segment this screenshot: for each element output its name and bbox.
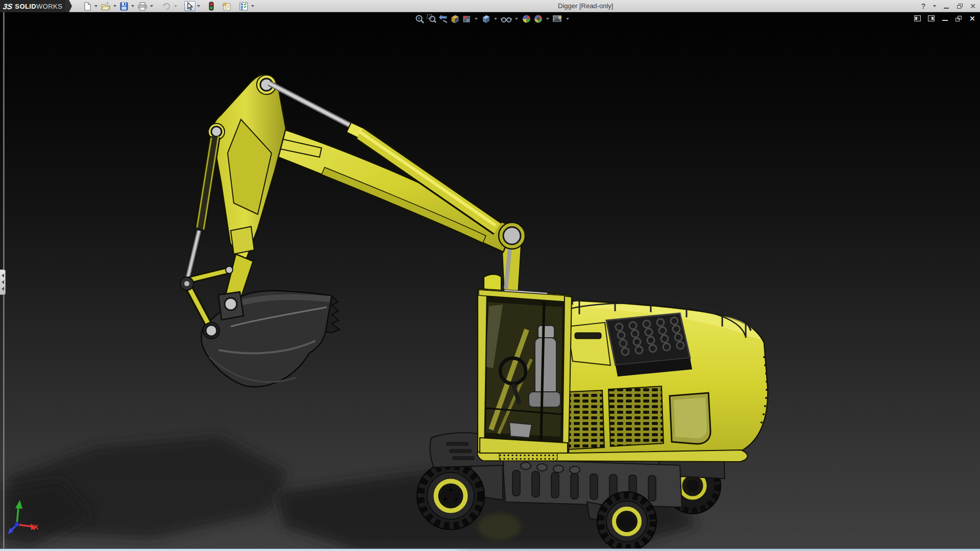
select-cursor-icon — [186, 2, 193, 11]
appearance-sphere-icon — [522, 14, 531, 23]
app-restore-button[interactable] — [954, 1, 965, 11]
solidworks-window: ✕ *Dimetric 3S SOLID WORKS — [0, 0, 980, 551]
undo-arrow-icon — [162, 2, 171, 11]
view-orientation-icon — [462, 14, 472, 23]
file-properties-button[interactable] — [220, 1, 233, 11]
print-dropdown[interactable] — [150, 5, 153, 7]
app-close-button[interactable]: ✕ — [968, 1, 978, 11]
close-icon: ✕ — [970, 15, 975, 22]
scene-sphere-icon — [533, 14, 543, 23]
save-floppy-icon — [120, 2, 128, 11]
save-button[interactable] — [118, 1, 130, 11]
main-toolbar — [82, 1, 256, 12]
help-button[interactable]: ? — [918, 1, 928, 11]
undo-button[interactable] — [160, 1, 173, 11]
doc-restore-button[interactable] — [954, 14, 963, 22]
minimize-icon — [942, 20, 948, 21]
collapse-arrow-icon — [2, 273, 4, 278]
zoom-to-area-button[interactable] — [426, 14, 437, 24]
doc-close-button[interactable]: ✕ — [968, 14, 977, 22]
view-settings-icon — [553, 14, 563, 23]
open-button[interactable] — [100, 1, 112, 11]
boom-arm — [180, 74, 525, 387]
menu-flyout-arrow[interactable] — [65, 0, 72, 12]
help-dropdown[interactable] — [933, 5, 936, 7]
display-style-icon — [481, 14, 491, 23]
rebuild-button[interactable] — [207, 1, 215, 11]
solidworks-logo: 3S SOLID WORKS — [0, 0, 65, 12]
restore-icon — [955, 16, 962, 21]
zoom-to-fit-icon — [415, 14, 425, 23]
heads-up-view-toolbar — [414, 14, 571, 24]
zoom-to-fit-button[interactable] — [414, 14, 425, 24]
file-properties-icon — [222, 2, 231, 11]
eyeglasses-icon — [501, 14, 512, 23]
display-style-button[interactable] — [481, 14, 492, 24]
title-bar: 3S SOLID WORKS — [0, 0, 980, 12]
section-view-icon — [450, 14, 460, 23]
collapsed-pane-tab[interactable] — [0, 269, 6, 295]
collapse-arrow-icon — [2, 287, 4, 291]
apply-scene-button[interactable] — [533, 14, 544, 24]
cab — [478, 274, 573, 453]
undo-dropdown[interactable] — [174, 5, 177, 7]
save-dropdown[interactable] — [131, 5, 134, 7]
doc-minimize-button[interactable] — [940, 14, 949, 22]
hide-show-items-dropdown[interactable] — [515, 18, 518, 20]
minimize-icon — [944, 8, 949, 9]
view-settings-button[interactable] — [552, 14, 564, 24]
close-icon: ✕ — [970, 2, 976, 10]
options-checklist-icon — [239, 2, 248, 11]
previous-view-button[interactable] — [438, 14, 449, 24]
edit-appearance-button[interactable] — [521, 14, 532, 24]
wheel-front-left — [417, 462, 484, 530]
bottom-edge-strip — [0, 548, 980, 551]
window-controls: ? ✕ — [918, 0, 978, 12]
pane-left-icon — [914, 15, 921, 21]
print-button[interactable] — [136, 1, 149, 11]
section-view-button[interactable] — [450, 14, 460, 24]
wheel-front-right — [597, 492, 656, 551]
document-window-controls: ✕ — [913, 14, 977, 23]
select-button[interactable] — [184, 1, 195, 11]
excavator-model — [0, 0, 980, 551]
zoom-to-area-icon — [427, 14, 436, 23]
document-title: Digger [Read-only] — [558, 2, 613, 10]
viewport[interactable]: ✕ *Dimetric — [0, 12, 980, 548]
open-folder-icon — [101, 2, 110, 11]
view-orientation-button[interactable] — [461, 14, 472, 24]
collapse-right-pane-button[interactable] — [926, 14, 936, 22]
ds-logo-glyph: 3S — [3, 2, 13, 11]
new-document-button[interactable] — [82, 1, 93, 11]
apply-scene-dropdown[interactable] — [546, 18, 549, 20]
view-settings-dropdown[interactable] — [566, 18, 569, 20]
new-document-dropdown[interactable] — [94, 5, 97, 7]
options-dropdown[interactable] — [251, 5, 254, 7]
printer-icon — [138, 2, 147, 11]
previous-view-icon — [438, 14, 448, 23]
collapse-arrow-icon — [2, 280, 4, 284]
view-orientation-dropdown[interactable] — [475, 18, 478, 20]
help-icon: ? — [921, 2, 926, 10]
traffic-light-icon — [209, 2, 214, 11]
collapse-left-pane-button[interactable] — [913, 14, 922, 22]
display-style-dropdown[interactable] — [494, 18, 497, 20]
pane-right-icon — [928, 15, 935, 21]
options-button[interactable] — [238, 1, 250, 11]
open-dropdown[interactable] — [113, 5, 116, 7]
select-dropdown[interactable] — [197, 5, 200, 7]
app-minimize-button[interactable] — [941, 1, 951, 11]
hide-show-items-button[interactable] — [500, 14, 512, 24]
restore-icon — [957, 4, 963, 9]
new-document-icon — [83, 2, 91, 11]
